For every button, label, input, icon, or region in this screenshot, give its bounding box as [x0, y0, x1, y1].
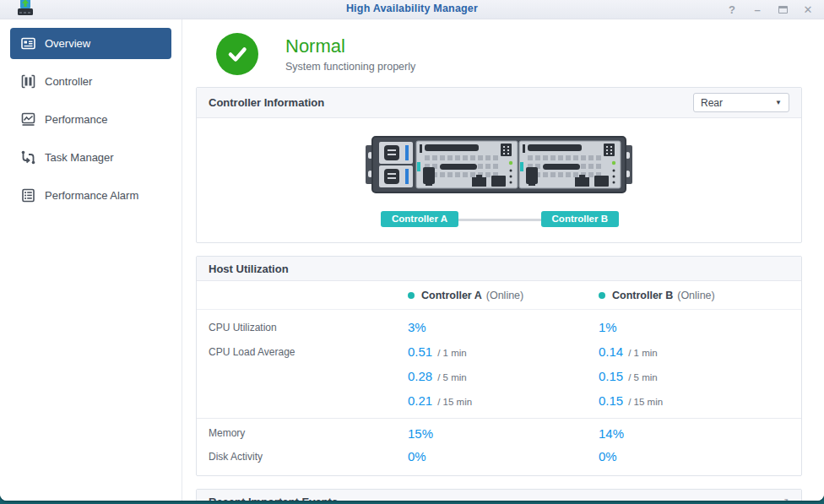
help-icon[interactable]: ?	[726, 4, 738, 16]
app-window: High Availability Manager ? – ✕ Overview…	[0, 0, 824, 501]
cpu-value-b: 1%	[599, 320, 617, 334]
sidebar-item-overview[interactable]: Overview	[10, 28, 171, 59]
controller-labels: Controller A Controller B	[366, 211, 632, 227]
overview-icon	[20, 36, 35, 51]
online-status-dot	[599, 292, 605, 299]
window-title: High Availability Manager	[0, 3, 824, 14]
host-utilization-title: Host Utilization	[209, 263, 289, 275]
performance-alarm-icon	[20, 188, 35, 203]
sidebar-item-label: Overview	[45, 37, 90, 50]
memory-row: Memory 15% 14%	[197, 418, 801, 442]
disk-value-b: 0%	[599, 449, 617, 463]
status-subtitle: System functioning properly	[285, 61, 415, 73]
sidebar-item-label: Performance Alarm	[45, 189, 138, 202]
status-ok-icon	[216, 33, 258, 75]
task-manager-icon	[20, 150, 35, 165]
recent-events-title: Recent Important Events	[209, 496, 338, 501]
chevron-down-icon: ▼	[775, 99, 782, 106]
recent-events-panel: Recent Important Events ↗	[196, 489, 802, 501]
performance-icon	[20, 112, 35, 127]
status-title: Normal	[285, 35, 415, 57]
main-content: Normal System functioning properly Contr…	[182, 19, 824, 501]
controller-a-column-header: Controller A (Online)	[408, 290, 599, 301]
memory-value-a: 15%	[408, 426, 433, 441]
sidebar-item-label: Performance	[45, 113, 107, 126]
disk-value-a: 0%	[408, 449, 426, 463]
titlebar: High Availability Manager ? – ✕	[0, 0, 824, 19]
view-selector-dropdown[interactable]: Rear ▼	[693, 93, 789, 112]
cpu-load-average-row-15min: 0.21 / 15 min 0.15 / 15 min	[197, 388, 801, 413]
sidebar: Overview Controller Performance Task Man…	[0, 19, 182, 501]
cpu-load-average-row-5min: 0.28 / 5 min 0.15 / 5 min	[197, 364, 801, 388]
sidebar-item-controller[interactable]: Controller	[10, 66, 171, 97]
minimize-icon[interactable]: –	[751, 4, 763, 16]
disk-activity-row: Disk Activity 0% 0%	[197, 444, 801, 469]
load-15min-a: 0.21	[408, 393, 432, 408]
system-status: Normal System functioning properly	[196, 26, 802, 87]
host-utilization-panel: Host Utilization Controller A (Online) C…	[196, 256, 802, 476]
sidebar-item-label: Task Manager	[45, 151, 114, 164]
sidebar-item-task-manager[interactable]: Task Manager	[10, 142, 171, 173]
online-status-dot	[408, 292, 415, 299]
sidebar-item-performance[interactable]: Performance	[10, 104, 171, 135]
controller-information-panel: Controller Information Rear ▼	[196, 87, 802, 243]
controller-b-column-header: Controller B (Online)	[599, 290, 789, 301]
load-5min-a: 0.28	[408, 369, 432, 383]
load-1min-a: 0.51	[408, 344, 432, 359]
close-icon[interactable]: ✕	[802, 4, 814, 16]
controller-chassis-illustration	[366, 130, 632, 199]
maximize-icon[interactable]	[777, 4, 789, 16]
cpu-value-a: 3%	[408, 320, 426, 334]
load-5min-b: 0.15	[599, 369, 623, 383]
memory-value-b: 14%	[599, 426, 624, 441]
controller-b-tag[interactable]: Controller B	[541, 211, 619, 227]
sidebar-item-label: Controller	[45, 75, 92, 88]
sidebar-item-performance-alarm[interactable]: Performance Alarm	[10, 180, 171, 211]
controller-icon	[20, 74, 35, 89]
popout-arrow-icon[interactable]: ↗	[780, 496, 789, 501]
controller-a-tag[interactable]: Controller A	[381, 211, 458, 227]
host-utilization-column-headers: Controller A (Online) Controller B (Onli…	[197, 281, 801, 310]
view-selector-value: Rear	[701, 97, 723, 109]
load-1min-b: 0.14	[599, 344, 623, 359]
cpu-utilization-row: CPU Utilization 3% 1%	[197, 315, 801, 339]
load-15min-b: 0.15	[599, 393, 623, 408]
window-controls: ? – ✕	[726, 0, 814, 19]
cpu-load-average-row-1min: CPU Load Average 0.51 / 1 min 0.14 / 1 m…	[197, 339, 801, 364]
controller-information-title: Controller Information	[209, 96, 324, 109]
